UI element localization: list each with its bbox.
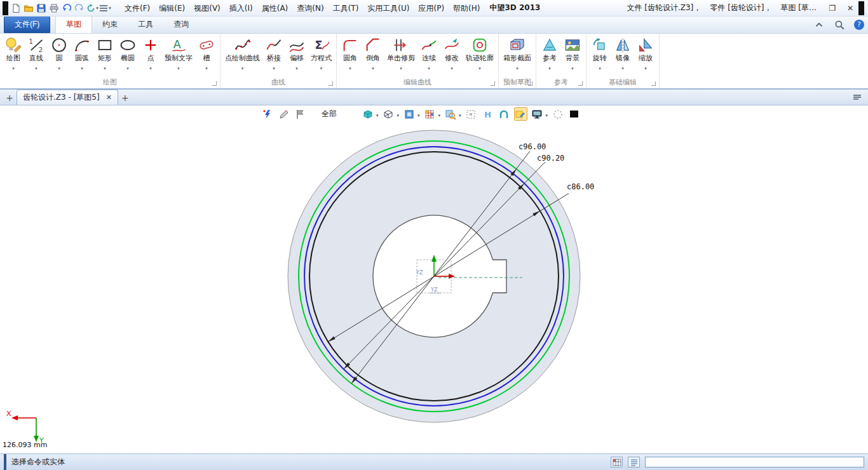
dropdown-arrow[interactable]: [478, 63, 481, 72]
fillet-button[interactable]: 圆角: [339, 35, 362, 73]
rotate-button[interactable]: 旋转: [588, 35, 611, 73]
draw-button[interactable]: 绘图: [2, 35, 25, 73]
highlight-note-icon[interactable]: [514, 107, 527, 121]
list-toggle-icon[interactable]: [628, 457, 640, 467]
grid-toggle-icon[interactable]: [611, 457, 623, 467]
document-tab-active[interactable]: 齿轮设计.Z3 - [草图5] ✕: [17, 90, 118, 105]
dialog-launcher-icon[interactable]: [491, 81, 495, 86]
dropdown-arrow[interactable]: [372, 63, 374, 72]
save-icon[interactable]: [35, 2, 48, 15]
dropdown-arrow[interactable]: [398, 110, 400, 119]
menu-utilities[interactable]: 实用工具(U): [363, 1, 414, 16]
search-icon[interactable]: [834, 19, 845, 30]
customize-icon[interactable]: [98, 2, 111, 15]
dropdown-arrow[interactable]: [295, 63, 298, 72]
magnet-icon[interactable]: [498, 107, 511, 121]
line-button[interactable]: 12直线: [25, 35, 48, 73]
ready-text-button[interactable]: A预制文字: [162, 35, 195, 73]
dropdown-arrow[interactable]: [451, 63, 453, 72]
dropdown-arrow[interactable]: [349, 63, 351, 72]
tab-inquire[interactable]: 查询: [163, 16, 199, 33]
dropdown-arrow[interactable]: [419, 110, 420, 119]
dropdown-arrow[interactable]: [516, 63, 519, 72]
circle-button[interactable]: 圆: [48, 35, 71, 73]
dropdown-arrow[interactable]: [12, 63, 15, 72]
filter-all-dropdown[interactable]: 全部: [322, 109, 337, 119]
dimension-label[interactable]: c96.00: [519, 142, 546, 151]
dropdown-arrow[interactable]: [621, 63, 624, 72]
dialog-launcher-icon[interactable]: [578, 81, 583, 86]
menu-file[interactable]: 文件(F): [120, 1, 154, 16]
tab-tools[interactable]: 工具: [128, 16, 163, 33]
dropdown-arrow[interactable]: [548, 63, 551, 72]
dropdown-arrow[interactable]: [126, 63, 129, 72]
modify-button[interactable]: 修改: [440, 35, 463, 73]
dropdown-arrow[interactable]: [320, 63, 323, 72]
dropdown-arrow[interactable]: [400, 63, 402, 72]
wireframe-view-icon[interactable]: [382, 107, 395, 121]
dimension-label[interactable]: c86.00: [567, 182, 594, 191]
flag-icon[interactable]: [294, 107, 307, 121]
dropdown-arrow[interactable]: [35, 63, 37, 72]
menu-edit[interactable]: 编辑(E): [154, 1, 189, 16]
menu-tools[interactable]: 工具(T): [329, 1, 363, 16]
restore-window-button[interactable]: ❐: [827, 4, 838, 13]
menu-attributes[interactable]: 属性(A): [257, 1, 293, 16]
dropdown-arrow[interactable]: [440, 110, 441, 119]
zoom-region-icon[interactable]: [444, 107, 457, 121]
target-box-icon[interactable]: [465, 107, 478, 121]
scale-button[interactable]: 缩放: [634, 35, 657, 73]
menu-applications[interactable]: 应用(P): [414, 1, 449, 16]
edit-pencil-icon[interactable]: [277, 107, 290, 121]
menu-view[interactable]: 视图(V): [189, 1, 225, 16]
dropdown-arrow[interactable]: [428, 63, 430, 72]
h-display-icon[interactable]: H: [481, 107, 494, 121]
dropdown-arrow[interactable]: [205, 63, 208, 72]
entity-filter-icon[interactable]: [261, 107, 274, 121]
reference-button[interactable]: 参考: [538, 35, 561, 73]
dropdown-arrow[interactable]: [547, 110, 548, 119]
tab-list-icon[interactable]: [849, 93, 865, 105]
rectangle-button[interactable]: 矩形: [93, 35, 116, 73]
ellipse-button[interactable]: 椭圆: [116, 35, 139, 73]
undo-icon[interactable]: [60, 2, 73, 15]
plane-view-icon[interactable]: [402, 107, 416, 121]
dropdown-arrow[interactable]: [599, 63, 601, 72]
help-icon[interactable]: [854, 20, 864, 30]
curve-by-points-button[interactable]: 点绘制曲线: [222, 35, 262, 73]
dropdown-arrow[interactable]: [149, 63, 152, 72]
command-input[interactable]: [645, 457, 864, 467]
mirror-button[interactable]: 镜像: [611, 35, 634, 73]
open-file-icon[interactable]: [22, 2, 35, 15]
print-icon[interactable]: [48, 2, 60, 15]
track-profile-button[interactable]: 轨迹轮廓: [463, 35, 496, 73]
menu-inquire[interactable]: 查询(N): [292, 1, 328, 16]
dropdown-arrow[interactable]: [177, 63, 180, 72]
equation-button[interactable]: Σ方程式: [308, 35, 334, 73]
bridge-button[interactable]: 桥接: [262, 35, 285, 73]
one-click-trim-button[interactable]: 单击修剪: [384, 35, 417, 73]
dropdown-arrow[interactable]: [644, 63, 647, 72]
file-menu-button[interactable]: 文件(F): [4, 16, 50, 33]
dialog-launcher-icon[interactable]: [528, 81, 532, 86]
dropdown-arrow[interactable]: [104, 63, 106, 72]
regen-icon[interactable]: [86, 2, 98, 15]
background-button[interactable]: 背景: [561, 35, 584, 73]
close-tab-icon[interactable]: ✕: [106, 93, 112, 102]
shaded-view-icon[interactable]: [361, 107, 374, 121]
pattern-grid-icon[interactable]: [423, 107, 437, 121]
add-tab-button[interactable]: +: [3, 91, 17, 105]
close-window-button[interactable]: ✕: [844, 4, 856, 13]
redo-icon[interactable]: [73, 2, 86, 15]
dimension-label[interactable]: c90.20: [537, 154, 564, 163]
dialog-launcher-icon[interactable]: [651, 81, 656, 86]
point-button[interactable]: 点: [139, 35, 162, 73]
slot-button[interactable]: 槽: [195, 35, 218, 73]
arc-button[interactable]: 圆弧: [71, 35, 93, 73]
connect-button[interactable]: 连续: [417, 35, 440, 73]
dropdown-arrow[interactable]: [58, 63, 60, 72]
dialog-launcher-icon[interactable]: [329, 81, 333, 86]
tab-sketch[interactable]: 草图: [55, 15, 92, 33]
monitor-icon[interactable]: [531, 107, 544, 121]
chamfer-button[interactable]: 倒角: [362, 35, 384, 73]
